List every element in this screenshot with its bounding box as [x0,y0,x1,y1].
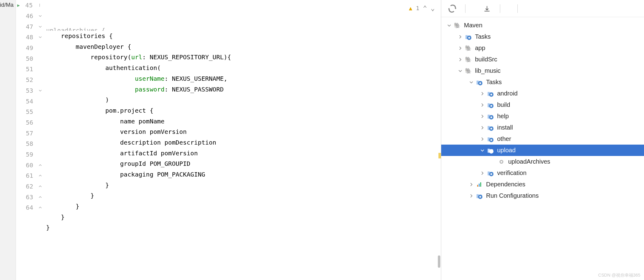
chevron-right-icon[interactable] [480,91,485,96]
gutter-row[interactable]: 62 [16,181,46,192]
gutter-row[interactable]: 47 [16,21,46,32]
line-number: 53 [22,87,37,94]
dependencies-icon [476,181,483,188]
tree-item-dependencies[interactable]: Dependencies [441,179,644,190]
tree-item-maven[interactable]: 🐘Maven [441,20,644,31]
chevron-right-icon[interactable] [458,34,463,39]
run-marker-icon[interactable]: ▶ [17,3,20,8]
code-line[interactable]: } [46,222,441,233]
code-line[interactable]: description pomDescription [46,137,441,148]
code-line[interactable]: ) [46,95,441,105]
chevron-right-icon[interactable] [480,114,485,119]
gutter-row[interactable]: 52 [16,75,46,85]
tree-item-install[interactable]: install [441,122,644,133]
chevron-right-icon[interactable] [480,125,485,130]
gutter-row[interactable]: 59 [16,149,46,160]
chevron-right-icon[interactable] [480,171,485,176]
tree-item-app[interactable]: 🐘app [441,42,644,54]
code-line[interactable]: } [46,180,441,191]
chevron-down-icon[interactable] [447,23,452,28]
fold-indicator-icon[interactable] [37,174,44,177]
gutter-row[interactable]: ▶45 [16,0,46,11]
gutter-row[interactable]: 58 [16,138,46,149]
chevron-down-icon[interactable] [480,148,485,153]
code-line[interactable]: name pomName [46,116,441,127]
code-line[interactable]: } [46,190,441,201]
chevron-down-icon[interactable] [469,80,474,85]
svg-point-8 [490,105,492,107]
code-line[interactable]: repositories { [46,31,441,41]
tree-item-android[interactable]: android [441,88,644,99]
fold-indicator-icon[interactable] [36,4,43,7]
gutter-row[interactable]: 61 [16,170,46,181]
settings-wrench-icon[interactable] [517,4,526,13]
code-line[interactable]: userName: NEXUS_USERNAME, [46,73,441,84]
chevron-down-icon[interactable] [458,68,463,73]
fold-indicator-icon[interactable] [37,89,44,92]
chevron-right-icon[interactable] [469,182,474,187]
tree-item-buildsrc[interactable]: 🐘buildSrc [441,54,644,65]
tree-item-tasks[interactable]: Tasks [441,31,644,42]
code-line[interactable]: } [46,201,441,212]
fold-indicator-icon[interactable] [37,196,44,199]
toggle-offline-icon[interactable] [500,4,509,13]
code-line[interactable]: version pomVersion [46,126,441,137]
next-highlight-icon[interactable]: ⌄ [431,3,435,14]
code-line[interactable]: uploadArchives { [46,25,441,31]
gutter-row[interactable]: 54 [16,96,46,107]
editor-inspections-hints[interactable]: ▲ 1 ⌃ ⌄ [409,3,435,14]
refresh-icon[interactable] [448,4,457,13]
code-line[interactable]: mavenDeployer { [46,41,441,52]
gutter-row[interactable]: 46 [16,11,46,21]
folder-gear-icon [487,113,494,119]
chevron-right-icon[interactable] [469,193,474,198]
tree-item-lib_music[interactable]: 🐘lib_music [441,65,644,76]
folder-gear-icon [476,79,483,85]
chevron-right-icon[interactable] [480,137,485,142]
code-line[interactable]: password: NEXUS_PASSWORD [46,84,441,95]
tree-item-tasks[interactable]: Tasks [441,76,644,88]
fold-indicator-icon[interactable] [37,206,44,209]
gutter-row[interactable]: 55 [16,107,46,117]
tree-item-run-configurations[interactable]: Run Configurations [441,190,644,201]
chevron-right-icon[interactable] [458,57,463,62]
tree-item-build[interactable]: build [441,99,644,111]
gutter-row[interactable]: 57 [16,128,46,138]
code-line[interactable]: authentication( [46,63,441,73]
fold-indicator-icon[interactable] [37,164,44,167]
fold-indicator-icon[interactable] [37,36,44,39]
tree-item-verification[interactable]: verification [441,167,644,179]
gutter-row[interactable]: 56 [16,117,46,128]
fold-indicator-icon[interactable] [37,185,44,188]
collapse-all-icon[interactable] [483,4,491,13]
tree-item-help[interactable]: help [441,111,644,122]
gutter-row[interactable]: 48 [16,32,46,43]
code-line[interactable]: groupId POM_GROUPID [46,158,441,169]
code-line[interactable]: packaging POM_PACKAGING [46,169,441,180]
gutter-row[interactable]: 64 [16,202,46,213]
folder-gear-icon [487,91,494,97]
fold-indicator-icon[interactable] [37,25,44,28]
tree-item-uploadarchives[interactable]: uploadArchives [441,156,644,167]
chevron-right-icon[interactable] [480,103,485,107]
gutter-row[interactable]: 53 [16,85,46,96]
prev-highlight-icon[interactable]: ⌃ [423,3,427,14]
code-line[interactable]: pom.project { [46,105,441,116]
code-line[interactable]: repository(url: NEXUS_REPOSITORY_URL){ [46,52,441,63]
tree-item-upload[interactable]: upload [441,145,644,156]
gutter-row[interactable]: 50 [16,53,46,64]
gutter-row[interactable]: 63 [16,192,46,202]
tree-item-other[interactable]: other [441,133,644,145]
chevron-right-icon[interactable] [458,46,463,51]
code-line[interactable]: artifactId pomVersion [46,148,441,159]
fold-indicator-icon[interactable] [37,14,44,18]
gutter-row[interactable]: 60 [16,160,46,170]
code-line[interactable]: } [46,212,441,223]
editor-scrollbar[interactable] [438,255,440,268]
expand-all-icon[interactable] [465,4,474,13]
code-editor[interactable]: ▶454647484950515253545556575859606162636… [16,0,441,280]
left-panel-remnant: id/Ma [0,0,16,280]
gutter-row[interactable]: 51 [16,64,46,75]
gear-icon [498,159,505,165]
gutter-row[interactable]: 49 [16,43,46,53]
